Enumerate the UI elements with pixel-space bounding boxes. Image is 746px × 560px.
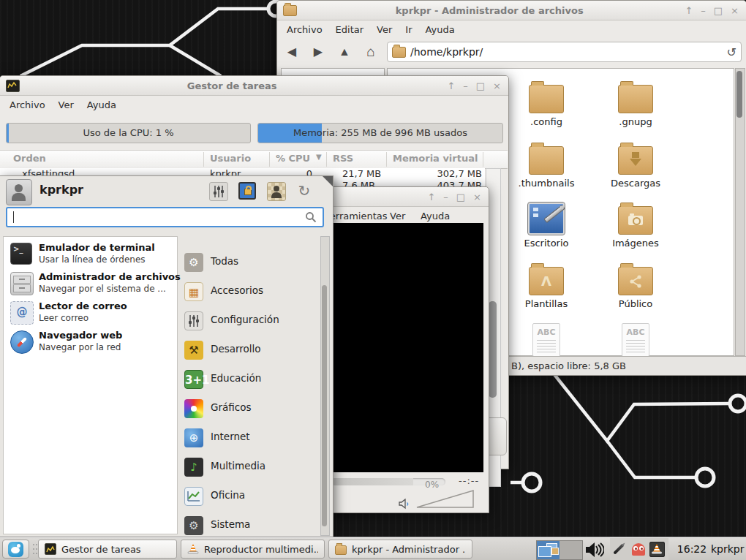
education-icon: 3+1 <box>184 370 203 389</box>
close-button[interactable]: × <box>731 6 739 15</box>
text-file-icon: ABC <box>532 323 560 357</box>
workspace-2[interactable] <box>560 541 582 559</box>
category-sistema[interactable]: ⚙ Sistema <box>180 511 319 540</box>
switch-user-icon[interactable] <box>267 182 286 201</box>
up-icon[interactable] <box>334 42 355 61</box>
column-cpu[interactable]: % CPU <box>276 153 310 164</box>
xfce-logo-icon <box>8 542 23 557</box>
maximize-button[interactable]: □ <box>476 81 485 91</box>
back-icon[interactable] <box>282 42 302 61</box>
clock[interactable]: 16:22 <box>674 543 709 555</box>
category-desarrollo[interactable]: ⚒ Desarrollo <box>180 336 319 365</box>
volume-slider[interactable] <box>415 488 475 511</box>
close-button[interactable]: × <box>493 81 501 91</box>
category-multimedia[interactable]: ♪ Multimedia <box>180 453 319 482</box>
taskbar-button-task-manager[interactable]: Gestor de tareas <box>38 540 177 559</box>
minimize-button[interactable]: – <box>463 81 468 91</box>
category-configuracion[interactable]: Configuración <box>180 306 319 336</box>
memory-usage-bar: Memoria: 255 MB de 996 MB usados <box>257 123 503 143</box>
scrollbar-thumb[interactable] <box>736 71 742 118</box>
vlc-tray-icon[interactable] <box>649 542 665 557</box>
minimize-button[interactable]: – <box>701 6 706 15</box>
file-item[interactable]: Público <box>595 256 677 309</box>
maximize-button[interactable]: □ <box>456 192 465 202</box>
sort-indicator-icon: ▼ <box>316 153 322 161</box>
maximize-button[interactable]: □ <box>714 6 723 15</box>
path-text[interactable]: /home/kprkpr/ <box>410 46 723 58</box>
scrollbar-thumb[interactable] <box>489 301 497 398</box>
reload-icon[interactable]: ↺ <box>727 45 736 59</box>
category-oficina[interactable]: Oficina <box>180 482 319 511</box>
avatar[interactable] <box>6 179 32 205</box>
search-input[interactable] <box>6 207 324 227</box>
home-icon[interactable] <box>361 42 381 61</box>
menu-ver[interactable]: Ver <box>370 22 399 37</box>
terminal-icon: >_ <box>10 243 32 265</box>
seek-bar-fill <box>331 478 413 485</box>
volume-icon[interactable] <box>585 542 604 560</box>
menu-ayuda[interactable]: Ayuda <box>414 208 456 224</box>
app-item-mail[interactable]: @ Lector de correo Leer correo <box>4 298 177 328</box>
lock-screen-icon[interactable] <box>238 182 256 200</box>
file-item[interactable]: .thumbnails <box>505 135 587 189</box>
forward-icon[interactable] <box>308 42 328 61</box>
video-area[interactable] <box>330 223 483 472</box>
rollup-button[interactable]: ↑ <box>427 192 435 202</box>
menu-ir[interactable]: Ir <box>399 22 418 37</box>
panel-handle[interactable] <box>33 544 34 545</box>
column-orden[interactable]: Orden <box>13 153 46 164</box>
category-educacion[interactable]: 3+1 Educación <box>180 365 319 394</box>
category-internet[interactable]: ⊕ Internet <box>180 423 319 453</box>
app-list: >_ Emulador de terminal Usar la línea de… <box>3 236 178 534</box>
rollup-button[interactable]: ↑ <box>447 81 455 91</box>
folder-icon <box>392 47 406 58</box>
internet-globe-icon: ⊕ <box>184 428 203 447</box>
file-item[interactable]: Escritorio <box>505 195 587 249</box>
ghost-tray-icon[interactable] <box>632 543 645 556</box>
menu-archivo[interactable]: Archivo <box>280 22 329 37</box>
file-manager-titlebar[interactable]: kprkpr - Administrador de archivos ↑ – □… <box>277 1 746 20</box>
rollup-button[interactable]: ↑ <box>685 6 693 15</box>
file-item[interactable]: Imágenes <box>595 195 677 249</box>
workspace-1[interactable] <box>537 541 560 559</box>
menu-editar[interactable]: Editar <box>329 22 371 37</box>
category-graficos[interactable]: Gráficos <box>180 394 319 423</box>
file-item[interactable]: Λ Plantillas <box>505 256 587 309</box>
taskbar-button-media-player[interactable]: Reproductor multimedi... <box>181 540 325 559</box>
speaker-icon[interactable] <box>399 499 410 512</box>
menu-ver[interactable]: Ver <box>52 97 80 113</box>
column-memoria-virtual[interactable]: Memoria virtual <box>393 153 478 164</box>
menu-ayuda[interactable]: Ayuda <box>419 22 461 37</box>
app-item-web-browser[interactable]: Navegador web Navegar por la red <box>4 328 177 357</box>
file-item[interactable]: ABC <box>595 317 677 360</box>
logout-icon[interactable]: ↻ <box>295 182 313 200</box>
close-button[interactable]: × <box>473 192 481 202</box>
category-todas[interactable]: ⚙ Todas <box>180 248 319 277</box>
scrollbar-thumb[interactable] <box>322 285 327 526</box>
file-item[interactable]: Descargas <box>595 135 677 189</box>
category-accesorios[interactable]: ▦ Accesorios <box>180 277 319 306</box>
file-item[interactable]: .config <box>505 74 587 127</box>
file-item[interactable]: ABC <box>505 317 587 360</box>
app-item-file-manager[interactable]: Administrador de archivos Navegar por el… <box>4 269 177 298</box>
category-scrollbar[interactable] <box>320 236 330 536</box>
minimize-button[interactable]: – <box>443 192 448 202</box>
app-item-terminal[interactable]: >_ Emulador de terminal Usar la línea de… <box>4 240 177 269</box>
column-usuario[interactable]: Usuario <box>210 153 251 164</box>
column-rss[interactable]: RSS <box>333 153 353 164</box>
file-manager-menubar: Archivo Editar Ver Ir Ayuda <box>277 20 746 39</box>
menu-ayuda[interactable]: Ayuda <box>80 97 123 113</box>
task-manager-titlebar[interactable]: Gestor de tareas ↑ – □ × <box>0 76 508 96</box>
menu-archivo[interactable]: Archivo <box>3 97 52 113</box>
taskbar-button-file-manager[interactable]: kprkpr - Administrador ... <box>328 540 472 559</box>
whisker-menu-button[interactable] <box>2 540 29 559</box>
stylus-tray-icon[interactable] <box>613 543 625 555</box>
settings-icon[interactable] <box>209 182 228 201</box>
vertical-scrollbar[interactable] <box>735 68 745 356</box>
media-player-titlebar[interactable]: ↑ – □ × <box>325 187 489 207</box>
path-bar[interactable]: /home/kprkpr/ ↺ <box>387 42 742 62</box>
file-item[interactable]: .gnupg <box>595 74 677 127</box>
workspace-switcher[interactable] <box>536 540 583 560</box>
desktop-icon <box>528 203 565 235</box>
menu-ver[interactable]: Ver <box>383 208 412 224</box>
